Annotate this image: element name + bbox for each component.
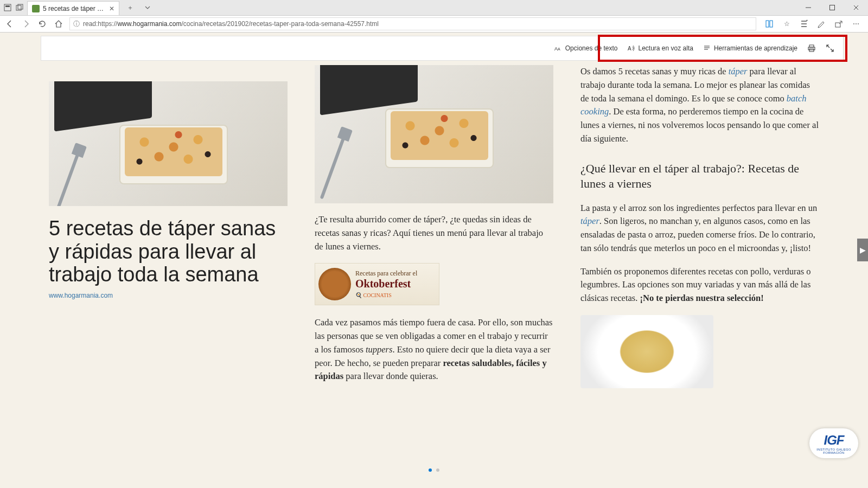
caption-btn-2-icon[interactable] bbox=[15, 3, 24, 12]
notes-icon[interactable] bbox=[816, 18, 827, 29]
learning-tools-label: Herramientas de aprendizaje bbox=[714, 44, 797, 52]
print-icon bbox=[807, 44, 816, 53]
url-prefix: read:https:// bbox=[83, 20, 117, 28]
column-1: 5 recetas de táper sanas y rápidas para … bbox=[49, 65, 288, 445]
taper-link-2[interactable]: táper bbox=[580, 216, 599, 226]
learning-tools-button[interactable]: Herramientas de aprendizaje bbox=[703, 44, 797, 52]
back-button[interactable] bbox=[4, 18, 15, 29]
window-close-button[interactable] bbox=[844, 0, 868, 15]
read-aloud-icon: A bbox=[628, 44, 635, 52]
paragraph-5: También os proponemos diferentes recetas… bbox=[580, 265, 819, 305]
url-domain: www.hogarmania.com bbox=[117, 20, 181, 28]
text-options-button[interactable]: AA Opciones de texto bbox=[554, 44, 618, 52]
window-maximize-button[interactable] bbox=[820, 0, 844, 15]
browser-tab[interactable]: 5 recetas de táper sanas ✕ bbox=[27, 1, 119, 15]
window-minimize-button[interactable] bbox=[796, 0, 820, 15]
article-title: 5 recetas de táper sanas y rápidas para … bbox=[49, 217, 288, 286]
page-dots bbox=[429, 468, 439, 472]
print-button[interactable] bbox=[807, 44, 816, 53]
address-bar: ⓘ read:https://www.hogarmania.com/cocina… bbox=[0, 15, 868, 33]
article-source[interactable]: www.hogarmania.com bbox=[49, 292, 288, 299]
column-2: ¿Te resulta aburrido comer de táper?, ¿t… bbox=[315, 65, 553, 445]
ad-title: Oktoberfest bbox=[355, 277, 417, 290]
page-dot-2[interactable] bbox=[436, 468, 439, 472]
section-heading: ¿Qué llevar en el táper al trabajo?: Rec… bbox=[580, 161, 819, 192]
pretzel-icon bbox=[318, 268, 351, 300]
share-icon[interactable] bbox=[833, 18, 844, 29]
svg-rect-6 bbox=[766, 21, 769, 27]
svg-rect-0 bbox=[4, 4, 11, 11]
column-3: Os damos 5 recetas sanas y muy ricas de … bbox=[580, 65, 819, 445]
fullscreen-button[interactable] bbox=[826, 44, 834, 53]
dish-image bbox=[580, 315, 713, 388]
new-tab-button[interactable]: ＋ bbox=[124, 3, 137, 12]
ad-brand: 🍳 COCINATIS bbox=[355, 292, 417, 299]
tab-title: 5 recetas de táper sanas bbox=[43, 5, 106, 12]
igf-logo-sub2: FORMACIÓN bbox=[823, 451, 844, 454]
article-image-2 bbox=[315, 65, 553, 203]
tab-close-icon[interactable]: ✕ bbox=[109, 5, 114, 12]
svg-rect-2 bbox=[16, 5, 21, 10]
svg-rect-7 bbox=[770, 21, 773, 27]
url-path: /cocina/recetas/201902/recetas-taper-par… bbox=[181, 20, 379, 28]
learning-tools-icon bbox=[703, 44, 711, 52]
paragraph-2: Cada vez pasamos más tiempo fuera de cas… bbox=[315, 316, 553, 383]
igf-logo-text: IGF bbox=[824, 433, 844, 448]
reader-toolbar-bar: AA Opciones de texto A Lectura en voz al… bbox=[41, 36, 844, 61]
next-page-arrow[interactable]: ▶ bbox=[857, 239, 868, 261]
refresh-button[interactable] bbox=[37, 18, 48, 29]
read-aloud-button[interactable]: A Lectura en voz alta bbox=[628, 44, 693, 52]
reader-content: AA Opciones de texto A Lectura en voz al… bbox=[0, 33, 868, 488]
lead-paragraph: ¿Te resulta aburrido comer de táper?, ¿t… bbox=[315, 213, 553, 253]
url-input[interactable]: ⓘ read:https://www.hogarmania.com/cocina… bbox=[69, 17, 756, 30]
svg-rect-3 bbox=[18, 4, 23, 9]
reading-view-icon[interactable] bbox=[764, 18, 775, 29]
svg-rect-1 bbox=[5, 5, 10, 7]
caption-btn-1-icon[interactable] bbox=[3, 3, 12, 12]
paragraph-4: La pasta y el arroz son los ingredientes… bbox=[580, 202, 819, 255]
hero-image bbox=[49, 81, 288, 206]
fullscreen-icon bbox=[826, 44, 834, 53]
window-titlebar: 5 recetas de táper sanas ✕ ＋ bbox=[0, 0, 868, 15]
text-options-icon: AA bbox=[554, 44, 562, 52]
igf-logo: IGF INSTITUTO GALEGO FORMACIÓN bbox=[809, 428, 858, 458]
svg-rect-12 bbox=[809, 45, 814, 47]
text-options-label: Opciones de texto bbox=[565, 44, 618, 52]
svg-rect-5 bbox=[830, 5, 835, 10]
home-button[interactable] bbox=[53, 18, 64, 29]
tab-chevron-icon[interactable] bbox=[141, 4, 154, 11]
favorite-button[interactable]: ☆ bbox=[781, 18, 792, 29]
paragraph-3: Os damos 5 recetas sanas y muy ricas de … bbox=[580, 65, 819, 146]
svg-text:A: A bbox=[628, 46, 631, 52]
info-icon: ⓘ bbox=[73, 20, 80, 29]
page-dot-1[interactable] bbox=[429, 468, 432, 472]
taper-link[interactable]: táper bbox=[729, 66, 748, 76]
favicon-icon bbox=[32, 5, 40, 12]
ad-line1: Recetas para celebrar el bbox=[355, 269, 417, 277]
svg-text:A: A bbox=[558, 47, 560, 51]
settings-menu-icon[interactable]: ⋯ bbox=[851, 18, 861, 29]
forward-button[interactable] bbox=[21, 18, 31, 29]
ad-banner[interactable]: Recetas para celebrar el Oktoberfest 🍳 C… bbox=[315, 263, 439, 305]
favorites-list-icon[interactable] bbox=[799, 18, 809, 29]
read-aloud-label: Lectura en voz alta bbox=[639, 44, 693, 52]
